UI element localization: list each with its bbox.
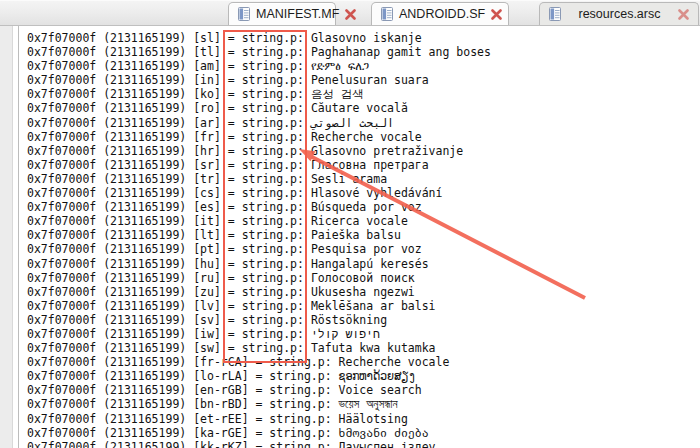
resource-address: 0x7f07000f (2131165199) [am]	[27, 59, 228, 73]
translation-value: Häälotsing	[339, 412, 408, 426]
translation-value: Голосовой поиск	[311, 271, 415, 285]
translation-value: Pesquisa por voz	[311, 242, 422, 256]
translation-value: البحث الصوتي	[311, 116, 394, 130]
tab-label: MANIFEST.MF	[256, 7, 339, 21]
assignment-token: = string.p:	[228, 299, 311, 313]
document-icon	[381, 7, 393, 21]
resource-string-line: 0x7f07000f (2131165199) [kk-rKZ] = strin…	[0, 440, 700, 448]
resource-string-line: 0x7f07000f (2131165199) [lo-rLA] = strin…	[0, 369, 700, 383]
tab-label: resources.arsc	[567, 7, 672, 21]
translation-value: Búsqueda por voz	[311, 200, 422, 214]
translation-value: Гласовна претрага	[311, 158, 429, 172]
resource-address: 0x7f07000f (2131165199) [zu]	[27, 285, 228, 299]
tab-bar: MANIFEST.MF ANDROIDD.SF	[0, 0, 700, 26]
close-icon[interactable]	[345, 9, 356, 20]
assignment-token: = string.p:	[228, 31, 311, 45]
resource-address: 0x7f07000f (2131165199) [sw]	[27, 341, 228, 355]
translation-value: Căutare vocală	[311, 101, 408, 115]
translation-value: Röstsökning	[311, 313, 387, 327]
translation-value: Ukusesha ngezwi	[311, 285, 415, 299]
assignment-token: = string.p:	[228, 271, 311, 285]
file-tab-resources-arsc[interactable]: resources.arsc	[539, 2, 699, 25]
translation-value: Recherche vocale	[339, 355, 450, 369]
resource-address: 0x7f07000f (2131165199) [cs]	[27, 186, 228, 200]
assignment-token: = string.p:	[228, 257, 311, 271]
resource-address: 0x7f07000f (2131165199) [iw]	[27, 327, 228, 341]
translation-value: 음성 검색	[311, 87, 364, 101]
assignment-token: = string.p:	[228, 116, 311, 130]
resource-string-line: 0x7f07000f (2131165199) [tr] = string.p:…	[0, 172, 700, 186]
assignment-token: = string.p:	[228, 87, 311, 101]
resource-string-line: 0x7f07000f (2131165199) [sw] = string.p:…	[0, 341, 700, 355]
resource-address: 0x7f07000f (2131165199) [es]	[27, 200, 228, 214]
assignment-token: = string.p:	[255, 440, 338, 448]
close-icon[interactable]	[678, 9, 689, 20]
close-icon[interactable]	[491, 9, 502, 20]
assignment-token: = string.p:	[255, 369, 338, 383]
resource-address: 0x7f07000f (2131165199) [sr]	[27, 158, 228, 172]
resource-string-line: 0x7f07000f (2131165199) [bn-rBD] = strin…	[0, 397, 700, 411]
translation-value: Voice search	[339, 383, 422, 397]
resource-string-line: 0x7f07000f (2131165199) [am] = string.p:…	[0, 59, 700, 73]
assignment-token: = string.p:	[255, 383, 338, 397]
translation-value: Penelusuran suara	[311, 73, 429, 87]
assignment-token: = string.p:	[228, 45, 311, 59]
translation-value: Sesli arama	[311, 172, 387, 186]
translation-value: Дауыспен іздеу	[339, 440, 436, 448]
file-tab-androidd-sf[interactable]: ANDROIDD.SF	[371, 2, 509, 25]
resource-string-line: 0x7f07000f (2131165199) [es] = string.p:…	[0, 200, 700, 214]
resource-address: 0x7f07000f (2131165199) [hu]	[27, 257, 228, 271]
assignment-token: = string.p:	[228, 73, 311, 87]
resource-address: 0x7f07000f (2131165199) [lt]	[27, 228, 228, 242]
resource-address: 0x7f07000f (2131165199) [ka-rGE]	[27, 426, 255, 440]
assignment-token: = string.p:	[228, 327, 311, 341]
file-tab-manifest-mf[interactable]: MANIFEST.MF	[228, 2, 336, 25]
resource-address: 0x7f07000f (2131165199) [fr]	[27, 130, 228, 144]
tab-label: ANDROIDD.SF	[399, 7, 485, 21]
resource-address: 0x7f07000f (2131165199) [ru]	[27, 271, 228, 285]
translation-value: Hangalapú keresés	[311, 257, 429, 271]
resource-string-line: 0x7f07000f (2131165199) [hu] = string.p:…	[0, 257, 700, 271]
resource-address: 0x7f07000f (2131165199) [pt]	[27, 242, 228, 256]
resource-string-line: 0x7f07000f (2131165199) [pt] = string.p:…	[0, 242, 700, 256]
assignment-token: = string.p:	[228, 228, 311, 242]
resource-string-line: 0x7f07000f (2131165199) [zu] = string.p:…	[0, 285, 700, 299]
resource-string-listing: 0x7f07000f (2131165199) [sl] = string.p:…	[0, 26, 700, 448]
resource-string-line: 0x7f07000f (2131165199) [it] = string.p:…	[0, 214, 700, 228]
resource-address: 0x7f07000f (2131165199) [et-rEE]	[27, 412, 255, 426]
resource-address: 0x7f07000f (2131165199) [sl]	[27, 31, 228, 45]
resource-string-line: 0x7f07000f (2131165199) [sv] = string.p:…	[0, 313, 700, 327]
assignment-token: = string.p:	[228, 59, 311, 73]
translation-value: የድምፅ ፍለጋ	[311, 59, 369, 73]
resource-address: 0x7f07000f (2131165199) [tr]	[27, 172, 228, 186]
resource-string-line: 0x7f07000f (2131165199) [lt] = string.p:…	[0, 228, 700, 242]
translation-value: Glasovno pretraživanje	[311, 144, 463, 158]
resource-string-line: 0x7f07000f (2131165199) [ko] = string.p:…	[0, 87, 700, 101]
resource-string-line: 0x7f07000f (2131165199) [hr] = string.p:…	[0, 144, 700, 158]
resource-string-line: 0x7f07000f (2131165199) [ar] = string.p:…	[0, 116, 700, 130]
assignment-token: = string.p:	[228, 214, 311, 228]
resource-string-line: 0x7f07000f (2131165199) [tl] = string.p:…	[0, 45, 700, 59]
translation-value: Paghahanap gamit ang boses	[311, 45, 491, 59]
translation-value: חיפוש קולי	[311, 327, 380, 341]
resource-string-line: 0x7f07000f (2131165199) [in] = string.p:…	[0, 73, 700, 87]
resource-address: 0x7f07000f (2131165199) [hr]	[27, 144, 228, 158]
assignment-token: = string.p:	[228, 200, 311, 214]
resource-string-line: 0x7f07000f (2131165199) [sr] = string.p:…	[0, 158, 700, 172]
translation-value: Paieška balsu	[311, 228, 401, 242]
assignment-token: = string.p:	[228, 285, 311, 299]
resource-address: 0x7f07000f (2131165199) [tl]	[27, 45, 228, 59]
resource-address: 0x7f07000f (2131165199) [fr-rCA]	[27, 355, 255, 369]
assignment-token: = string.p:	[255, 426, 338, 440]
resource-string-line: 0x7f07000f (2131165199) [fr-rCA] = strin…	[0, 355, 700, 369]
resource-string-line: 0x7f07000f (2131165199) [fr] = string.p:…	[0, 130, 700, 144]
resource-string-line: 0x7f07000f (2131165199) [cs] = string.p:…	[0, 186, 700, 200]
translation-value: Recherche vocale	[311, 130, 422, 144]
assignment-token: = string.p:	[255, 412, 338, 426]
resource-address: 0x7f07000f (2131165199) [lv]	[27, 299, 228, 313]
resource-string-line: 0x7f07000f (2131165199) [en-rGB] = strin…	[0, 383, 700, 397]
assignment-token: = string.p:	[228, 341, 311, 355]
assignment-token: = string.p:	[228, 101, 311, 115]
resource-address: 0x7f07000f (2131165199) [en-rGB]	[27, 383, 255, 397]
translation-value: ভয়েস অনুসন্ধান	[339, 397, 398, 411]
